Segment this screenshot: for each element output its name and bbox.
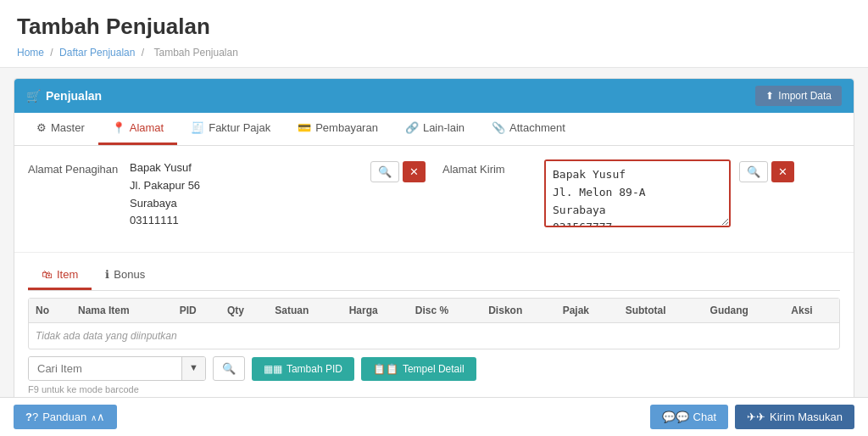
breadcrumb-current: Tambah Penjualan: [153, 47, 237, 59]
misc-icon: [405, 121, 419, 134]
breadcrumb-home[interactable]: Home: [17, 47, 44, 59]
tab-faktur-pajak[interactable]: Faktur Pajak: [177, 113, 284, 145]
card-header: Penjualan Import Data: [14, 79, 854, 113]
items-table: No Nama Item PID Qty Satuan Harga Disc %…: [29, 299, 839, 349]
shipping-label: Alamat Kirim: [442, 159, 536, 176]
close-icon: ✕: [409, 165, 419, 178]
col-pajak: Pajak: [556, 299, 619, 323]
shipping-search-button[interactable]: 🔍: [739, 161, 768, 182]
import-data-button[interactable]: Import Data: [755, 86, 842, 106]
barcode-hint: F9 untuk ke mode barcode: [28, 384, 840, 394]
billing-label: Alamat Penagihan: [28, 159, 121, 176]
payment-icon: [298, 121, 311, 134]
col-pid: PID: [173, 299, 220, 323]
col-satuan: Satuan: [268, 299, 342, 323]
grid-icon: ▦: [264, 363, 282, 375]
col-diskon: Diskon: [481, 299, 555, 323]
dropdown-arrow[interactable]: ▼: [181, 357, 205, 380]
shipping-address-textarea[interactable]: Bapak Yusuf Jl. Melon 89-A Surabaya 0315…: [544, 159, 731, 227]
sub-tab-bonus[interactable]: Bonus: [92, 261, 159, 290]
tempel-detail-button[interactable]: 📋 Tempel Detail: [361, 357, 476, 381]
empty-message: Tidak ada data yang diinputkan: [29, 323, 839, 349]
col-aksi: Aksi: [784, 299, 839, 323]
shipping-clear-button[interactable]: ✕: [771, 161, 794, 182]
search-item-button[interactable]: 🔍: [213, 356, 245, 381]
chat-icon: 💬: [662, 411, 689, 423]
search-input[interactable]: [29, 357, 181, 380]
tab-attachment[interactable]: Attachment: [478, 113, 579, 145]
item-icon: [42, 268, 53, 281]
col-nama-item: Nama Item: [71, 299, 173, 323]
card-header-title: Penjualan: [26, 89, 102, 103]
footer: ? Panduan ∧ 💬 Chat ✈ Kirim Masukan: [0, 397, 868, 436]
search-icon: 🔍: [222, 362, 236, 375]
sub-tab-item[interactable]: Item: [28, 261, 92, 290]
col-disc: Disc %: [409, 299, 481, 323]
tab-alamat[interactable]: Alamat: [98, 113, 177, 145]
chevron-up-icon: ∧: [91, 411, 105, 423]
invoice-icon: [191, 121, 204, 134]
settings-icon: [36, 121, 47, 134]
item-search-row: ▼ 🔍 ▦ Tambah PID 📋 Tempel Detail: [28, 356, 840, 381]
tambah-pid-button[interactable]: ▦ Tambah PID: [252, 357, 354, 381]
billing-clear-button[interactable]: ✕: [403, 161, 426, 182]
tab-pembayaran[interactable]: Pembayaran: [284, 113, 392, 145]
send-icon: ✈: [747, 411, 765, 423]
tab-content-alamat: Alamat Penagihan Bapak YusufJl. Pakapur …: [14, 146, 854, 243]
page-title: Tambah Penjualan: [17, 14, 851, 40]
billing-address-text: Bapak YusufJl. Pakapur 56Surabaya0311111…: [130, 159, 362, 230]
billing-address-section: Alamat Penagihan Bapak YusufJl. Pakapur …: [28, 159, 426, 230]
breadcrumb-daftar-penjualan[interactable]: Daftar Penjualan: [59, 47, 135, 59]
upload-icon: [765, 90, 774, 102]
col-qty: Qty: [220, 299, 268, 323]
col-harga: Harga: [342, 299, 409, 323]
panduan-button[interactable]: ? Panduan ∧: [14, 405, 117, 429]
cart-icon: [26, 89, 41, 103]
tab-master[interactable]: Master: [23, 113, 98, 145]
col-subtotal: Subtotal: [619, 299, 704, 323]
table-empty-row: Tidak ada data yang diinputkan: [29, 323, 839, 349]
breadcrumb: Home / Daftar Penjualan / Tambah Penjual…: [17, 43, 851, 62]
col-no: No: [29, 299, 71, 323]
shipping-address-section: Alamat Kirim Bapak Yusuf Jl. Melon 89-A …: [442, 159, 840, 230]
question-icon: ?: [25, 411, 38, 423]
attach-icon: [492, 121, 505, 134]
main-tabs: Master Alamat Faktur Pajak Pembayaran La…: [14, 113, 854, 146]
location-icon: [112, 121, 125, 134]
bonus-icon: [105, 268, 109, 281]
items-table-wrapper: No Nama Item PID Qty Satuan Harga Disc %…: [28, 298, 840, 349]
footer-right-buttons: 💬 Chat ✈ Kirim Masukan: [650, 405, 854, 429]
item-search-wrapper: ▼: [28, 356, 206, 381]
col-gudang: Gudang: [704, 299, 785, 323]
sub-tabs: Item Bonus: [28, 261, 840, 291]
kirim-masukan-button[interactable]: ✈ Kirim Masukan: [735, 405, 854, 429]
billing-search-button[interactable]: 🔍: [370, 161, 399, 182]
close-icon: ✕: [778, 165, 787, 178]
search-icon: 🔍: [378, 165, 392, 178]
paste-icon: 📋: [373, 363, 398, 375]
tab-lain-lain[interactable]: Lain-lain: [392, 113, 478, 145]
search-icon: 🔍: [747, 165, 760, 178]
chat-button[interactable]: 💬 Chat: [650, 405, 728, 429]
